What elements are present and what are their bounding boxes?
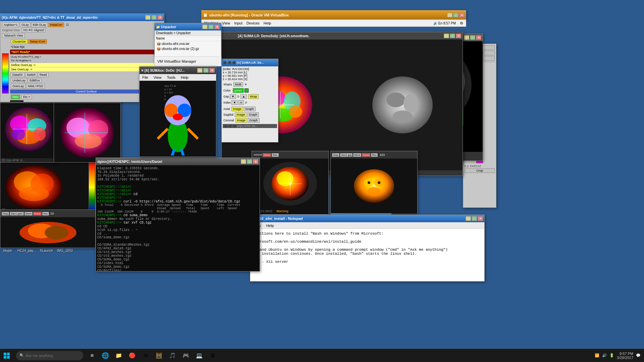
hcpc-btn[interactable]: HC-PC Aligned <box>22 28 46 33</box>
index-dec-btn[interactable]: ▼ <box>231 100 238 105</box>
file-item-1[interactable]: 📦 ubuntu-afni.ova.tar <box>155 41 221 46</box>
wrap-btn2[interactable]: Wrap <box>248 94 259 99</box>
datadir-btn[interactable]: DataDir <box>11 72 24 77</box>
taskbar-files-btn[interactable]: 📁 <box>113 350 125 362</box>
suma-lr-close[interactable]: ✕ <box>456 34 461 38</box>
sag-graph-btn2[interactable]: Graph <box>247 112 259 117</box>
taskbar-search[interactable]: 🔍 <box>16 351 83 360</box>
sag-img-btn2[interactable]: Image <box>235 112 247 117</box>
term-min-btn[interactable]: ─ <box>241 159 246 164</box>
underlay-btn[interactable]: UnderLay <box>11 78 27 83</box>
taskbar-media-btn[interactable]: 🎵 <box>166 350 178 362</box>
taskbar-steam-btn[interactable]: 🎮 <box>180 350 192 362</box>
bl-rec-btn[interactable]: Rec <box>272 153 278 157</box>
br-done-btn[interactable]: Done <box>362 153 370 157</box>
notepad-content[interactable]: tructions here to install "Bash on Windo… <box>250 229 484 281</box>
etc-btn[interactable]: Etc-> <box>21 95 32 99</box>
s2-mont-btn[interactable]: Mont <box>24 212 33 216</box>
suma-lr-min[interactable]: ─ <box>444 34 449 38</box>
suma-lr-max[interactable]: □ <box>450 34 455 38</box>
br-mont-btn[interactable]: Mont <box>353 153 361 157</box>
taskbar-calc-btn[interactable]: 🧮 <box>153 350 165 362</box>
multi-btn[interactable]: Multi <box>233 82 243 87</box>
axial-img-btn2[interactable]: Image <box>231 107 243 111</box>
green-color-btn[interactable]: green <box>233 88 244 93</box>
vbox-controls[interactable]: ─ □ ✕ <box>447 13 465 17</box>
axial-graph-btn2[interactable]: Graph <box>244 107 256 111</box>
notification-icon[interactable]: 💬 <box>636 353 641 358</box>
setup-icorr-btn[interactable]: Setup ICorr <box>28 39 47 44</box>
mri-min[interactable]: ─ <box>464 35 469 40</box>
vbox-settings-icon[interactable]: ⚙ <box>460 21 463 25</box>
index-a-btn[interactable]: A <box>238 100 244 105</box>
talairach-btn[interactable]: Talairach View <box>2 33 25 38</box>
vbox-menu-view[interactable]: View <box>222 21 230 25</box>
gap-inc-btn[interactable]: ▲ <box>240 94 247 99</box>
cor-graph-btn2[interactable]: Graph <box>248 118 260 123</box>
mri-max[interactable]: □ <box>470 35 475 40</box>
vbox-max-btn[interactable]: □ <box>453 13 459 17</box>
taskbar-vbox-btn[interactable]: 💻 <box>193 350 205 362</box>
taskbar-edge-btn[interactable]: 🌐 <box>99 350 111 362</box>
search-input[interactable] <box>25 354 79 358</box>
niml-btn[interactable]: NIML+PSO <box>26 84 45 88</box>
volume-icon[interactable]: 🔊 <box>602 353 607 358</box>
svg-line-7 <box>158 129 168 139</box>
afni-close-btn[interactable]: ✕ <box>157 15 163 20</box>
vbox-close-btn[interactable]: ✕ <box>459 13 465 17</box>
suma-dede-menu-tools[interactable]: Tools <box>165 75 177 80</box>
mri-close[interactable]: ✕ <box>476 35 481 40</box>
suma-dede-max[interactable]: □ <box>203 68 209 73</box>
argmax-btn[interactable]: ArgMax+1 <box>2 22 19 27</box>
olay-btn[interactable]: OLay <box>20 22 31 27</box>
suma-dede-min[interactable]: ─ <box>197 68 203 73</box>
new-btn[interactable]: New <box>11 95 20 99</box>
read-btn[interactable]: Read <box>38 72 49 77</box>
afni-min-btn[interactable]: ─ <box>145 15 151 20</box>
gap-dec-btn[interactable]: ▼ <box>230 94 236 99</box>
network-icon[interactable]: 📶 <box>595 353 599 358</box>
notepad-min[interactable]: ─ <box>466 216 471 221</box>
br-disp-btn[interactable]: Disp <box>332 153 339 157</box>
suma-dede-menu-view[interactable]: View <box>152 75 163 80</box>
file-close-btn[interactable]: ✕ <box>214 24 220 29</box>
fr-crop-btn[interactable]: Crop <box>465 168 495 173</box>
clusterize-btn[interactable]: Clusterize <box>11 39 28 44</box>
instacorr-btn[interactable]: InstaCorr <box>48 22 64 27</box>
term-close-btn[interactable]: ✕ <box>253 159 258 164</box>
edit-olay-btn[interactable]: Edit OLay <box>31 22 48 27</box>
s2-sav-btn[interactable]: Sav1.ppm <box>10 212 24 216</box>
checkbox-instacorr[interactable]: ☑ <box>66 23 69 26</box>
bl-done-btn[interactable]: Done <box>263 153 271 157</box>
suma-dede-menu-file[interactable]: File <box>141 75 150 80</box>
file-min-btn[interactable]: ─ <box>202 24 208 29</box>
notepad-menu-help[interactable]: Help <box>265 223 275 228</box>
br-sav-btn[interactable]: Sav1.jpg <box>340 153 353 157</box>
overlay2-btn[interactable]: OverLay <box>11 84 25 88</box>
task-view-btn[interactable]: ⊞ <box>86 350 98 362</box>
s2-done-btn[interactable]: Done <box>33 212 42 216</box>
vbox-menu-help[interactable]: Help <box>264 21 271 25</box>
editenv-btn[interactable]: EditEnv <box>28 78 42 83</box>
file-item-2[interactable]: 📦 ubuntu-afni.ova.tar (2).gz <box>155 46 221 51</box>
switch-btn[interactable]: Switch <box>25 72 38 77</box>
taskbar-chrome-btn[interactable]: 🔴 <box>126 350 138 362</box>
br-rec-btn[interactable]: Rec <box>371 153 378 157</box>
suma-dede-close[interactable]: ✕ <box>209 68 215 73</box>
vbox-menu-devices[interactable]: Devices <box>247 21 260 25</box>
vbox-min-btn[interactable]: ─ <box>447 13 452 17</box>
s2-rec-btn[interactable]: Rec <box>42 212 49 216</box>
s2-disp-btn[interactable]: Disp <box>2 212 9 216</box>
start-button[interactable] <box>0 349 13 362</box>
taskbar-mail-btn[interactable]: ✉ <box>140 350 152 362</box>
suma-dede-menu-help[interactable]: Help <box>179 75 190 80</box>
term-max-btn[interactable]: □ <box>247 159 252 164</box>
cor-img-btn2[interactable]: Image <box>235 118 247 123</box>
file-max-btn[interactable]: □ <box>208 24 214 29</box>
vm-manager-item[interactable]: VM VirtualBox Manager <box>154 56 221 66</box>
notepad-max[interactable]: □ <box>472 216 477 221</box>
vbox-menu-input[interactable]: Input <box>234 21 242 25</box>
taskbar-terminal-btn[interactable]: 🖥 <box>207 350 219 362</box>
afni-max-btn[interactable]: □ <box>151 15 157 20</box>
notepad-close[interactable]: ✕ <box>478 216 483 221</box>
